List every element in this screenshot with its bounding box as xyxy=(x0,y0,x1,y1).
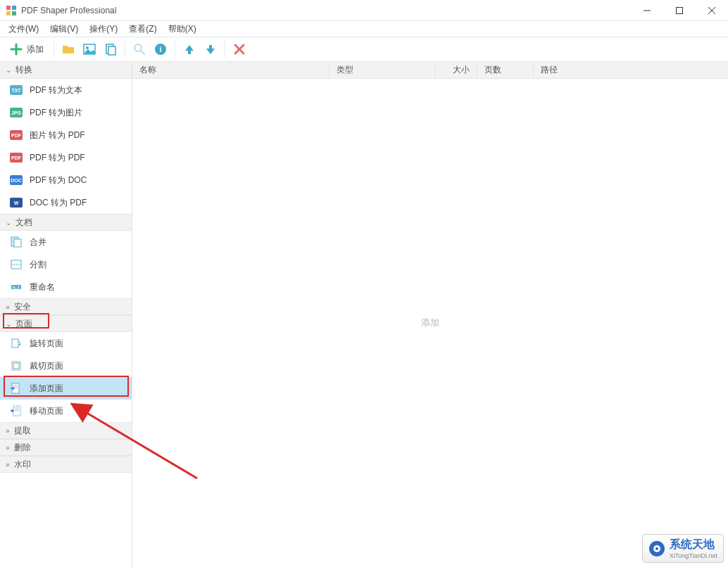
sidebar-item-label: 图片 转为 PDF xyxy=(30,129,85,141)
minimize-button[interactable] xyxy=(631,0,663,21)
svg-rect-0 xyxy=(6,6,11,10)
chevron-down-icon: ⌄ xyxy=(6,320,11,328)
close-button[interactable] xyxy=(696,0,728,21)
sidebar-item-move-pages[interactable]: 移动页面 xyxy=(0,400,132,422)
svg-rect-21 xyxy=(14,239,21,247)
sidebar-item-label: 重命名 xyxy=(30,281,55,293)
add-button-label: 添加 xyxy=(27,44,44,56)
folder-button[interactable] xyxy=(58,39,78,59)
add-button[interactable]: 添加 xyxy=(4,39,49,59)
column-type[interactable]: 类型 xyxy=(330,62,435,78)
sidebar-item-add-pages[interactable]: 添加页面 xyxy=(0,377,132,400)
sidebar-item-label: 合并 xyxy=(30,236,46,248)
section-label: 安全 xyxy=(14,301,31,313)
toolbar-separator xyxy=(54,41,54,58)
section-pages[interactable]: ⌄ 页面 xyxy=(0,315,132,332)
column-size[interactable]: 大小 xyxy=(435,62,477,78)
svg-rect-1 xyxy=(12,6,16,10)
titlebar: PDF Shaper Professional xyxy=(0,0,728,21)
menubar: 文件(W) 编辑(V) 操作(Y) 查看(Z) 帮助(X) xyxy=(0,21,728,37)
delete-button[interactable] xyxy=(230,39,249,59)
toolbar-separator xyxy=(175,41,175,58)
svg-rect-13 xyxy=(108,46,115,55)
sidebar-item-label: 分割 xyxy=(30,259,46,271)
column-path[interactable]: 路径 xyxy=(534,62,728,78)
doc-icon: DOC xyxy=(10,174,23,186)
chevron-down-icon: ⌄ xyxy=(6,66,11,74)
arrow-down-button[interactable] xyxy=(201,39,220,59)
column-pages[interactable]: 页数 xyxy=(477,62,534,78)
sidebar-item-doc-to-pdf[interactable]: W DOC 转为 PDF xyxy=(0,191,132,214)
chevron-down-icon: ⌄ xyxy=(6,219,11,227)
section-convert[interactable]: ⌄ 转换 xyxy=(0,62,132,79)
chevron-right-icon: » xyxy=(6,461,10,469)
menu-file[interactable]: 文件(W) xyxy=(3,22,44,37)
svg-rect-2 xyxy=(6,11,11,15)
svg-line-15 xyxy=(141,51,144,54)
sidebar-item-pdf-to-image[interactable]: JPG PDF 转为图片 xyxy=(0,101,132,124)
window-title: PDF Shaper Professional xyxy=(21,6,631,15)
logo-icon xyxy=(648,540,665,557)
menu-edit[interactable]: 编辑(V) xyxy=(44,22,84,37)
sidebar-item-pdf-to-doc[interactable]: DOC PDF 转为 DOC xyxy=(0,169,132,191)
sidebar-item-label: 移动页面 xyxy=(30,405,63,417)
sidebar-item-split[interactable]: 分割 xyxy=(0,253,132,276)
pdf-icon: PDF xyxy=(10,151,23,164)
svg-text:a_1: a_1 xyxy=(13,285,20,289)
image-button[interactable] xyxy=(80,39,99,59)
section-watermark[interactable]: » 水印 xyxy=(0,456,132,473)
sidebar-item-image-to-pdf[interactable]: PDF 图片 转为 PDF xyxy=(0,124,132,146)
sidebar-item-rename[interactable]: a_1 重命名 xyxy=(0,276,132,298)
sidebar-item-pdf-to-text[interactable]: TXT PDF 转为文本 xyxy=(0,79,132,101)
maximize-button[interactable] xyxy=(663,0,696,21)
merge-icon xyxy=(10,236,23,248)
move-page-icon xyxy=(10,404,23,417)
svg-point-11 xyxy=(86,46,89,49)
drop-area[interactable]: 添加 xyxy=(132,79,728,567)
rotate-icon xyxy=(10,337,23,350)
column-headers: 名称 类型 大小 页数 路径 xyxy=(132,62,728,79)
svg-point-38 xyxy=(655,547,658,550)
sidebar: ⌄ 转换 TXT PDF 转为文本 JPG PDF 转为图片 PDF 图片 转为… xyxy=(0,62,132,567)
section-label: 页面 xyxy=(15,318,32,330)
section-label: 文档 xyxy=(15,217,32,229)
sidebar-item-pdf-to-pdf[interactable]: PDF PDF 转为 PDF xyxy=(0,146,132,169)
sidebar-item-label: 旋转页面 xyxy=(30,338,63,350)
search-button[interactable] xyxy=(130,39,149,59)
sidebar-item-merge[interactable]: 合并 xyxy=(0,231,132,253)
sidebar-item-rotate-pages[interactable]: 旋转页面 xyxy=(0,332,132,355)
main-panel: 名称 类型 大小 页数 路径 添加 xyxy=(132,62,728,567)
sidebar-item-label: 裁切页面 xyxy=(30,360,63,372)
svg-text:i: i xyxy=(159,45,161,53)
split-icon xyxy=(10,258,23,271)
menu-action[interactable]: 操作(Y) xyxy=(84,22,123,37)
add-page-icon xyxy=(10,382,23,395)
chevron-right-icon: » xyxy=(6,427,10,435)
sidebar-item-label: 添加页面 xyxy=(30,383,63,395)
sidebar-item-label: PDF 转为文本 xyxy=(30,84,82,96)
section-document[interactable]: ⌄ 文档 xyxy=(0,214,132,231)
section-label: 转换 xyxy=(15,64,32,76)
crop-icon xyxy=(10,359,23,372)
txt-icon: TXT xyxy=(10,84,23,96)
section-label: 水印 xyxy=(14,459,31,471)
section-delete[interactable]: » 删除 xyxy=(0,439,132,456)
rename-icon: a_1 xyxy=(10,281,23,293)
word-icon: W xyxy=(10,196,23,209)
section-extract[interactable]: » 提取 xyxy=(0,422,132,439)
clipboard-button[interactable] xyxy=(101,39,120,59)
column-name[interactable]: 名称 xyxy=(132,62,330,78)
svg-rect-3 xyxy=(12,11,16,15)
sidebar-item-crop-pages[interactable]: 裁切页面 xyxy=(0,355,132,377)
section-security[interactable]: » 安全 xyxy=(0,298,132,315)
arrow-up-button[interactable] xyxy=(180,39,199,59)
svg-rect-5 xyxy=(677,7,683,13)
watermark-logo: 系统天地 XiTongTianDi.net xyxy=(642,534,724,563)
menu-help[interactable]: 帮助(X) xyxy=(163,22,202,37)
info-button[interactable]: i xyxy=(151,39,170,59)
sidebar-item-label: PDF 转为 DOC xyxy=(30,174,87,186)
toolbar: 添加 i xyxy=(0,37,728,62)
jpg-icon: JPG xyxy=(10,106,23,119)
menu-view[interactable]: 查看(Z) xyxy=(123,22,162,37)
section-label: 提取 xyxy=(14,425,31,437)
